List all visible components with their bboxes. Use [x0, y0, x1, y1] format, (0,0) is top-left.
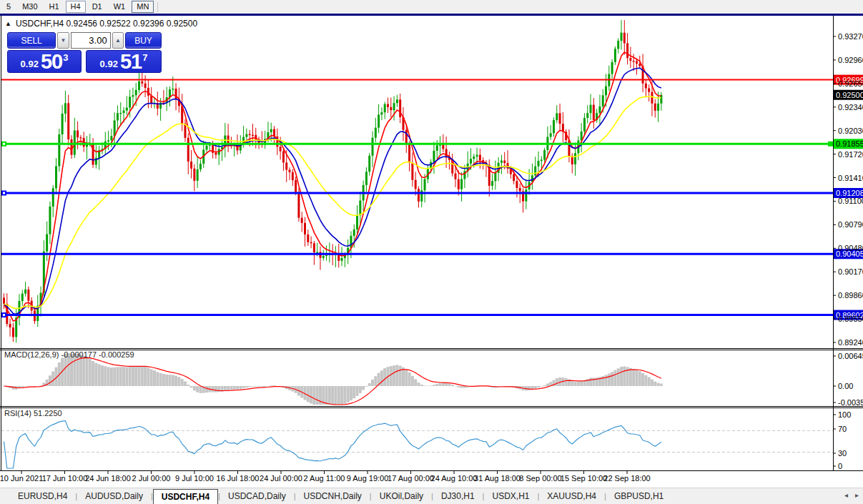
time-axis-label: 22 Sep 18:00 — [603, 474, 650, 483]
collapse-panel-icon[interactable]: ▲ — [5, 20, 11, 27]
volume-decrease-button[interactable]: ▼ — [57, 32, 69, 49]
hlines-layer: 0.926990.918550.912080.904050.896020.925… — [1, 75, 863, 320]
chart-tab-gbpusd[interactable]: GBPUSD,H1 — [606, 488, 671, 504]
rsi-axis-tick: 30 — [838, 449, 847, 458]
volume-increase-button[interactable]: ▲ — [112, 32, 124, 49]
time-axis-label: 17 Aug 00:00 — [388, 474, 434, 483]
price-axis-tick: 0.90170 — [838, 267, 863, 276]
buy-price-display[interactable]: 0.92 51 7 — [86, 50, 162, 73]
chart-title: ▲ USDCHF,H4 0.92456 0.92522 0.92396 0.92… — [5, 19, 197, 29]
tab-scroll-left-icon[interactable]: ◂ — [844, 492, 848, 499]
macd-histogram — [3, 353, 663, 405]
time-axis-label: 2 Aug 11:00 — [304, 474, 345, 483]
price-tag: 0.91855 — [836, 139, 863, 148]
ma-13-line — [4, 68, 661, 314]
price-axis-tick: 0.91410 — [838, 174, 863, 182]
chart-tabs-bar: EURUSD,H4|AUDUSD,Daily|USDCHF,H4|USDCAD,… — [0, 488, 863, 504]
timeframe-toolbar: 5M30H1H4D1W1MN — [0, 0, 863, 14]
chart-tab-usdcad[interactable]: USDCAD,Daily — [220, 488, 294, 504]
time-axis-label: 9 Aug 19:00 — [347, 474, 389, 483]
price-axis-tick: 0.89860 — [838, 291, 863, 300]
rsi-line — [4, 421, 661, 468]
rsi-axis-tick: 100 — [838, 410, 851, 419]
chart-tab-eurusd[interactable]: EURUSD,H4 — [10, 488, 75, 504]
time-axis-label: 10 Jun 2021 — [0, 474, 43, 483]
timeframe-button-W1[interactable]: W1 — [109, 1, 131, 13]
toolbar-separator — [157, 2, 158, 12]
time-axis-label: 8 Sep 00:00 — [519, 474, 561, 483]
buy-button[interactable]: BUY — [125, 32, 162, 49]
chart-tab-usdcnh[interactable]: USDCNH,Daily — [296, 488, 370, 504]
price-axis-tick: 0.92650 — [838, 79, 863, 88]
price-axis-tick: 0.91720 — [838, 150, 863, 159]
price-axis-tick: 0.92030 — [838, 127, 863, 135]
chart-title-text: USDCHF,H4 0.92456 0.92522 0.92396 0.9250… — [16, 19, 197, 29]
rsi-axis-tick: 0 — [838, 462, 842, 470]
price-axis-tick: 0.90480 — [838, 244, 863, 252]
chart-tab-ukoil[interactable]: UKOil,Daily — [372, 488, 431, 504]
buy-price-prefix: 0.92 — [100, 57, 118, 71]
timeframe-button-5[interactable]: 5 — [1, 1, 16, 13]
macd-axis-tick: 0.00 — [838, 382, 853, 390]
time-axis-label: 9 Jul 10:00 — [175, 474, 214, 483]
price-axis-tick: 0.89240 — [838, 338, 863, 347]
chart-tab-xauusd[interactable]: XAUUSD,H4 — [539, 488, 604, 504]
tab-scrollers: ◂ ▸ — [844, 492, 859, 499]
chart-window-top-border — [0, 14, 863, 16]
price-axis-tick: 0.89550 — [838, 315, 863, 323]
sell-price-prefix: 0.92 — [21, 57, 39, 71]
price-tag: 0.92500 — [836, 91, 863, 99]
time-axis-label: 16 Jul 18:00 — [217, 474, 260, 483]
buy-price-pip: 7 — [142, 54, 147, 62]
rsi-label: RSI(14) 51.2250 — [4, 409, 62, 417]
timeframe-button-M30[interactable]: M30 — [17, 1, 42, 13]
timeframe-button-MN[interactable]: MN — [132, 1, 154, 13]
rsi-layer — [1, 421, 833, 468]
time-axis-label: 2 Jul 00:00 — [132, 474, 171, 483]
macd-axis-tick: -0.003507 — [838, 398, 863, 407]
axes-layer: 0.932700.929600.926500.923400.920300.917… — [0, 16, 863, 483]
ma-lines-layer — [4, 52, 661, 321]
macd-axis-tick: 0.006451 — [838, 352, 863, 360]
chart-tab-dj30[interactable]: DJ30,H1 — [433, 488, 483, 504]
rsi-axis-tick: 70 — [838, 425, 847, 433]
sell-price-pip: 3 — [63, 54, 68, 62]
time-axis-label: 24 Jun 18:00 — [85, 474, 131, 483]
tab-scroll-right-icon[interactable]: ▸ — [855, 492, 859, 499]
macd-label: MACD(12,26,9) -0.000177 -0.000259 — [4, 350, 134, 359]
timeframe-button-H4[interactable]: H4 — [66, 1, 86, 13]
price-axis-tick: 0.92960 — [838, 56, 863, 64]
price-axis-tick: 0.90790 — [838, 220, 863, 229]
timeframe-button-H1[interactable]: H1 — [44, 1, 64, 13]
chart-tab-usdchf[interactable]: USDCHF,H4 — [153, 489, 218, 504]
chart-tab-audusd[interactable]: AUDUSD,Daily — [77, 488, 151, 504]
time-axis-label: 31 Aug 18:00 — [474, 474, 521, 483]
buy-price-main: 51 — [120, 52, 142, 71]
time-axis-label: 24 Aug 10:00 — [431, 474, 478, 483]
time-axis-label: 24 Jul 00:00 — [260, 474, 302, 483]
price-axis-tick: 0.92340 — [838, 103, 863, 112]
sell-button[interactable]: SELL — [7, 32, 56, 49]
sell-price-main: 50 — [41, 52, 62, 71]
one-click-trading-panel: SELL ▼ ▲ BUY 0.92 50 3 0.92 51 7 — [7, 32, 162, 73]
price-tag: 0.91208 — [836, 189, 863, 197]
chart-canvas[interactable]: 0.926990.918550.912080.904050.896020.925… — [0, 0, 863, 504]
price-axis-tick: 0.93270 — [838, 32, 863, 41]
price-axis-tick: 0.91100 — [838, 197, 863, 205]
time-axis-label: 17 Jun 10:00 — [42, 474, 88, 483]
time-axis-label: 15 Sep 10:00 — [561, 474, 607, 483]
volume-input[interactable] — [71, 32, 111, 49]
timeframe-button-D1[interactable]: D1 — [87, 1, 107, 13]
ma-6-line — [4, 52, 661, 321]
chart-tab-usdx[interactable]: USDX,H1 — [484, 488, 537, 504]
sell-price-display[interactable]: 0.92 50 3 — [7, 50, 82, 73]
